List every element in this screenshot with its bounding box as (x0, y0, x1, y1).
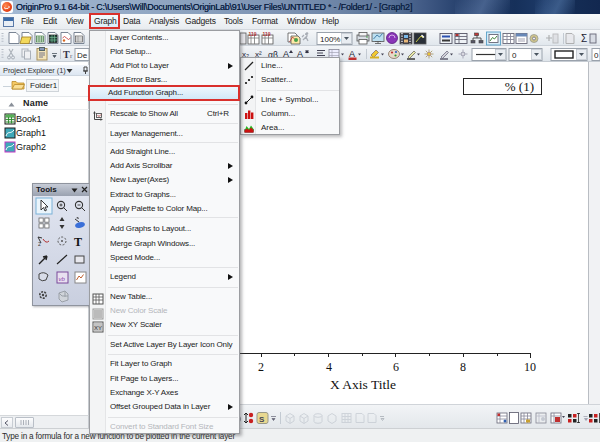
svg-text:0: 0 (512, 51, 517, 60)
svg-text:XY: XY (94, 325, 102, 331)
svg-text:r: r (70, 52, 73, 60)
svg-text:De: De (77, 51, 88, 60)
svg-text:119: 119 (249, 31, 257, 37)
svg-text:0: 0 (594, 51, 599, 60)
svg-text:Σ: Σ (581, 33, 587, 44)
svg-text:119: 119 (263, 31, 271, 37)
svg-text:vb: vb (59, 276, 66, 282)
svg-text:100%: 100% (320, 35, 340, 44)
svg-text:A: A (349, 49, 355, 59)
svg-text:T: T (63, 49, 70, 60)
svg-text:2: 2 (38, 241, 41, 247)
svg-text:S: S (259, 415, 265, 424)
svg-text:T: T (74, 235, 82, 249)
